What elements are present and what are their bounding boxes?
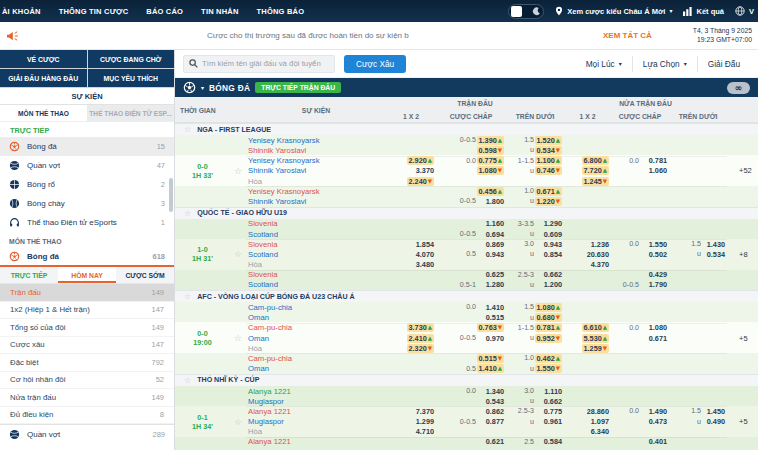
team-name[interactable]: Oman — [246, 313, 386, 323]
football-menu-item[interactable]: Cơ hội nhân đôi52 — [0, 372, 174, 390]
favorite-star-icon[interactable]: ☆ — [230, 386, 246, 450]
team-name[interactable]: Slovenia — [246, 219, 386, 229]
odds-value[interactable]: 1.490 — [649, 407, 667, 416]
odds-value[interactable]: 1.080▼ — [477, 166, 505, 175]
events-button[interactable]: SỰ KIỆN — [0, 88, 174, 105]
team-name[interactable]: Scotland — [246, 249, 386, 259]
favorite-star-icon[interactable]: ☆ — [230, 219, 246, 290]
odds-value[interactable]: 1.220▼ — [535, 197, 563, 206]
odds-value[interactable]: 0.869 — [486, 240, 504, 249]
odds-value[interactable]: 0.746▼ — [535, 166, 563, 175]
see-all-link[interactable]: XEM TẤT CẢ — [603, 31, 652, 40]
team-name[interactable]: Alanya 1221 — [246, 406, 386, 416]
team-name[interactable]: Hòa — [246, 427, 386, 437]
odds-value[interactable]: 4.710 — [416, 427, 434, 436]
odds-value[interactable]: 1.854 — [416, 240, 434, 249]
team-name[interactable]: Oman — [246, 333, 386, 343]
odds-value[interactable]: 6.340 — [591, 427, 609, 436]
odds-value[interactable]: 5.530▲ — [582, 334, 610, 343]
odds-value[interactable]: 6.610▲ — [582, 323, 610, 332]
team-name[interactable]: Hòa — [246, 260, 386, 270]
odds-value[interactable]: 20.630 — [587, 250, 609, 259]
odds-value[interactable]: 0.943 — [486, 250, 504, 259]
team-name[interactable]: Scotland — [246, 280, 386, 290]
odds-value[interactable]: 1.290 — [544, 219, 562, 228]
odds-value[interactable]: 1.550 — [649, 240, 667, 249]
odds-value[interactable]: 0.534 — [707, 250, 725, 259]
odds-value[interactable]: 1.520▲ — [535, 136, 563, 145]
sidebar-item-football[interactable]: Bóng đá 618 — [0, 248, 174, 267]
team-name[interactable]: Shinnik Yaroslavl — [246, 166, 386, 176]
more-markets-link[interactable]: +5 — [727, 302, 758, 373]
team-name[interactable]: Yenisey Krasnoyarsk — [246, 135, 386, 145]
odds-value[interactable]: 0.671 — [649, 334, 667, 343]
favorite-star-icon[interactable]: ☆ — [230, 302, 246, 373]
football-menu-item[interactable]: Tổng số của đội149 — [0, 319, 174, 337]
odds-value[interactable]: 1.080▲ — [535, 303, 563, 312]
odds-value[interactable]: 2.410▲ — [407, 334, 435, 343]
team-name[interactable]: Hòa — [246, 176, 386, 186]
infinity-toggle[interactable]: ∞ — [727, 82, 751, 94]
odds-value[interactable]: 0.456▲ — [477, 187, 505, 196]
more-markets-link[interactable]: +8 — [727, 219, 758, 290]
team-name[interactable]: Slovenia — [246, 239, 386, 249]
odds-value[interactable]: 1.110 — [544, 387, 562, 396]
odds-value[interactable]: 0.462▲ — [535, 354, 563, 363]
odds-value[interactable]: 4.370 — [591, 260, 609, 269]
team-name[interactable]: Muglaspor — [246, 416, 386, 426]
topnav-item[interactable]: THÔNG BÁO — [248, 7, 314, 16]
filter-dropdown[interactable]: Lựa Chọn▾ — [632, 56, 697, 72]
football-menu-item[interactable]: Đặc biệt792 — [0, 354, 174, 372]
view-mode-selector[interactable]: Xem cược kiểu Châu Á Mới ▾ — [555, 6, 672, 16]
team-name[interactable]: Alanya 1221 — [246, 437, 386, 447]
odds-value[interactable]: 1.550▼ — [535, 364, 563, 373]
odds-value[interactable]: 0.584 — [544, 437, 562, 446]
team-name[interactable]: Alanya 1221 — [246, 386, 386, 396]
odds-value[interactable]: 1.080 — [649, 323, 667, 332]
team-name[interactable]: Yenisey Krasnoyarsk — [246, 186, 386, 196]
odds-value[interactable]: 7.370 — [416, 407, 434, 416]
odds-value[interactable]: 3.480 — [416, 260, 434, 269]
odds-value[interactable]: 0.671▲ — [535, 187, 563, 196]
odds-value[interactable]: 0.862 — [486, 407, 504, 416]
odds-value[interactable]: 0.625 — [486, 270, 504, 279]
filter-dropdown[interactable]: Mọi Lúc▾ — [576, 56, 632, 72]
odds-value[interactable]: 1.790 — [649, 280, 667, 289]
football-menu-item[interactable]: 1x2 (Hiệp 1 & Hết trận)147 — [0, 302, 174, 320]
topnav-item[interactable]: THÔNG TIN CƯỢC — [50, 7, 138, 16]
star-icon[interactable]: ☆ — [184, 376, 191, 385]
soccer-ball-white-icon[interactable] — [183, 81, 196, 94]
odds-value[interactable]: 1.236 — [591, 240, 609, 249]
sport-chevron-icon[interactable]: ▾ — [201, 85, 204, 91]
odds-value[interactable]: 0.877 — [486, 417, 504, 426]
odds-value[interactable]: 6.800▲ — [582, 156, 610, 165]
odds-value[interactable]: 0.502 — [649, 250, 667, 259]
sidebar-item-sport[interactable]: Bóng rổ2 — [0, 175, 174, 194]
odds-value[interactable]: 1.160 — [486, 219, 504, 228]
odds-value[interactable]: 0.763▼ — [477, 323, 505, 332]
subtab-today[interactable]: HÔM NAY — [58, 267, 116, 283]
odds-value[interactable]: 0.598▼ — [477, 146, 505, 155]
results-link[interactable]: Kết quả — [683, 7, 724, 16]
odds-value[interactable]: 1.245▼ — [582, 177, 610, 186]
odds-value[interactable]: 1.340 — [486, 387, 504, 396]
topnav-item[interactable]: ÀI KHOẢN — [0, 7, 50, 16]
tab-esports[interactable]: THỂ THAO ĐIỆN TỬ ESP... — [87, 105, 174, 121]
tab-sports[interactable]: MÔN THỂ THAO — [0, 105, 87, 121]
odds-value[interactable]: 2.920▲ — [407, 156, 435, 165]
odds-value[interactable]: 1.200 — [544, 280, 562, 289]
subtab-live[interactable]: TRỰC TIẾP — [0, 267, 58, 283]
odds-value[interactable]: 1.450 — [707, 407, 725, 416]
dark-mode-toggle[interactable] — [508, 4, 544, 19]
odds-value[interactable]: 1.430 — [707, 240, 725, 249]
odds-value[interactable]: 1.299 — [416, 417, 434, 426]
odds-value[interactable]: 0.775 — [544, 407, 562, 416]
search-input[interactable] — [202, 59, 329, 68]
sidebar-item-sport[interactable]: Quần vợt47 — [0, 156, 174, 175]
team-name[interactable]: Hòa — [246, 343, 386, 353]
odds-value[interactable]: 0.781▲ — [535, 323, 563, 332]
odds-value[interactable]: 4.070 — [416, 250, 434, 259]
language-selector[interactable]: V — [735, 6, 754, 16]
odds-value[interactable]: 0.515 — [486, 313, 504, 322]
odds-value[interactable]: 0.781 — [649, 156, 667, 165]
